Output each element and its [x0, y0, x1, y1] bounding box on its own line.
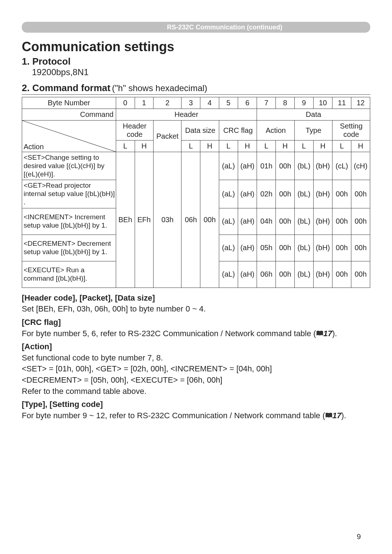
cell: 00h: [332, 180, 351, 208]
row-desc: <GET>Read projector internal setup value…: [22, 180, 116, 208]
row-desc: <SET>Change setting to desired value [(c…: [22, 152, 116, 180]
cell: 00h: [351, 261, 370, 288]
cell: 05h: [257, 235, 276, 261]
section-header-text: RS-232C Communication (continued): [167, 24, 282, 31]
note3-title: [Action]: [22, 342, 370, 352]
lh: L: [116, 140, 135, 152]
byte-num: 5: [219, 97, 238, 109]
byte-number-label: Byte Number: [22, 97, 116, 109]
note1-body: Set [BEh, EFh, 03h, 06h, 00h] to byte nu…: [22, 304, 370, 314]
byte-num: 8: [276, 97, 295, 109]
lh: L: [219, 140, 238, 152]
lh: H: [313, 140, 332, 152]
cell: 00h: [332, 235, 351, 261]
lh: L: [257, 140, 276, 152]
byte-num: 9: [294, 97, 313, 109]
notes-section: [Header code], [Packet], [Data size] Set…: [22, 293, 370, 421]
cell: (aH): [238, 235, 257, 261]
book-icon: [325, 411, 332, 421]
cell: 00h: [276, 180, 295, 208]
cell: 00h: [276, 152, 295, 180]
cell: 00h: [332, 261, 351, 288]
fixed-size-H: 00h: [200, 152, 219, 288]
note4-body: For byte number 9 ~ 12, refer to RS-232C…: [22, 411, 370, 421]
cell: (cL): [332, 152, 351, 180]
byte-num: 7: [257, 97, 276, 109]
byte-num: 11: [332, 97, 351, 109]
byte-num: 4: [200, 97, 219, 109]
row-desc: <EXECUTE> Run a command [(bL)(bH)].: [22, 261, 116, 288]
cell: (bH): [313, 235, 332, 261]
cell: (aL): [219, 180, 238, 208]
fixed-code-L: BEh: [116, 152, 135, 288]
lh: L: [294, 140, 313, 152]
action-col-label: Action: [257, 121, 295, 140]
page-ref: 17: [332, 411, 341, 420]
lh: L: [332, 140, 351, 152]
note3-line3: <DECREMENT> = [05h, 00h], <EXECUTE> = [0…: [22, 375, 370, 386]
protocol-value: 19200bps,8N1: [32, 67, 370, 77]
cell: 04h: [257, 208, 276, 235]
cell: (aL): [219, 208, 238, 235]
cell: (bH): [313, 180, 332, 208]
fixed-size-L: 06h: [181, 152, 200, 288]
header-group: Header: [116, 109, 257, 121]
cell: (aL): [219, 261, 238, 288]
section-2-title: 2. Command format: [22, 82, 110, 94]
note4-title: [Type], [Setting code]: [22, 399, 370, 410]
cell: (aH): [238, 208, 257, 235]
fixed-code-H: EFh: [135, 152, 154, 288]
cell: (bL): [294, 261, 313, 288]
fixed-packet: 03h: [154, 152, 181, 288]
lh: L: [181, 140, 200, 152]
lh: H: [200, 140, 219, 152]
cell: 06h: [257, 261, 276, 288]
note2-title: [CRC flag]: [22, 317, 370, 328]
note3-line4: Refer to the command table above.: [22, 386, 370, 397]
command-format-table: Byte Number 0 1 2 3 4 5 6 7 8 9 10 11 12…: [22, 97, 370, 288]
cell: 02h: [257, 180, 276, 208]
cell: 00h: [276, 208, 295, 235]
cell: 01h: [257, 152, 276, 180]
lh: H: [351, 140, 370, 152]
type-col-label: Type: [294, 121, 332, 140]
section-1-title: 1. Protocol: [22, 56, 70, 67]
page-title: Communication settings: [22, 39, 370, 54]
cell: 00h: [351, 235, 370, 261]
cell: (bH): [313, 208, 332, 235]
note3-line1: Set functional code to byte number 7, 8.: [22, 353, 370, 363]
cell: 00h: [351, 208, 370, 235]
cell: 00h: [351, 180, 370, 208]
cell: (bH): [313, 261, 332, 288]
command-label: Command: [22, 109, 116, 121]
lh: H: [276, 140, 295, 152]
byte-num: 12: [351, 97, 370, 109]
row-desc: <INCREMENT> Increment setup value [(bL)(…: [22, 208, 116, 235]
byte-num: 1: [135, 97, 154, 109]
cell: 00h: [276, 261, 295, 288]
cell: (bL): [294, 208, 313, 235]
cell: (bL): [294, 152, 313, 180]
book-icon: [316, 329, 323, 339]
cell: 00h: [276, 235, 295, 261]
crc-flag-label: CRC flag: [219, 121, 257, 140]
row-desc: <DECREMENT> Decrement setup value [(bL)(…: [22, 235, 116, 261]
note3-line2: <SET> = [01h, 00h], <GET> = [02h, 00h], …: [22, 364, 370, 374]
cell: (aH): [238, 180, 257, 208]
data-group: Data: [257, 109, 370, 121]
byte-num: 6: [238, 97, 257, 109]
byte-num: 10: [313, 97, 332, 109]
cell: 00h: [332, 208, 351, 235]
byte-num: 2: [154, 97, 181, 109]
cell: (aL): [219, 152, 238, 180]
lh: H: [135, 140, 154, 152]
note2-body: For byte number 5, 6, refer to RS-232C C…: [22, 329, 370, 339]
lh: H: [238, 140, 257, 152]
byte-num: 0: [116, 97, 135, 109]
page-number: 9: [357, 533, 361, 541]
header-code-label: Header code: [116, 121, 154, 140]
cell: (bL): [294, 235, 313, 261]
cell: (aH): [238, 261, 257, 288]
section-header-bar: RS-232C Communication (continued): [22, 22, 370, 33]
packet-label: Packet: [154, 121, 181, 152]
